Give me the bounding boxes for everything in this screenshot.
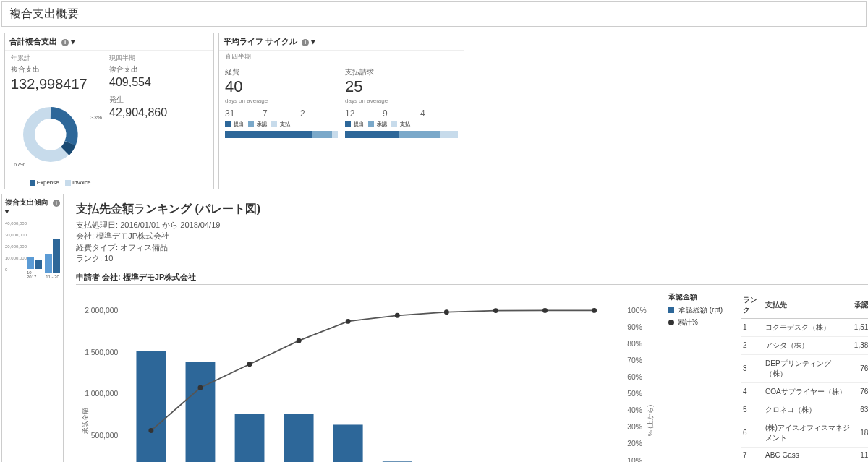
svg-point-32 — [346, 318, 351, 323]
svg-rect-20 — [235, 414, 265, 462]
cycle-qtr-label: 直四半期 — [219, 51, 464, 63]
svg-text:30%: 30% — [627, 423, 642, 431]
svg-point-31 — [297, 338, 302, 343]
y2-axis-title: % (上から) — [647, 404, 656, 436]
rank-table-wrap: ランク支払先承認金額通貨 1コクモデスク（株）1,516,000JPY2アシタ（… — [741, 292, 868, 462]
dropdown-icon[interactable]: ▾ — [5, 208, 9, 215]
donut-pct-a: 33% — [90, 114, 102, 121]
spend-trend-card: 複合支出傾向 i ▾ 40,000,000 30,000,000 20,000,… — [1, 194, 64, 462]
table-row: 7ABC Gass110,000JPY — [741, 447, 868, 462]
pareto-legend: 承認金額 承認総額 (rpt) 累計% — [668, 292, 733, 462]
svg-point-28 — [148, 428, 153, 433]
svg-point-36 — [542, 307, 548, 312]
info-icon[interactable]: i — [302, 39, 309, 46]
table-row: 5クロネコ（株）630,000JPY — [741, 401, 868, 419]
svg-text:90%: 90% — [627, 322, 642, 330]
table-row: 4COAサプライヤー（株）760,500JPY — [741, 382, 868, 401]
svg-rect-19 — [186, 362, 216, 462]
spend-donut-chart: 33% 67% — [11, 98, 105, 178]
svg-text:2,000,000: 2,000,000 — [85, 306, 118, 314]
total-spend-card: 合計複合支出 i ▾ 年累計 複合支出 132,998417 33% 67% — [4, 33, 214, 189]
avg-label: days on average — [225, 98, 338, 104]
lifecycle-title: 平均ライフ サイクル i ▾ — [219, 33, 464, 51]
table-row: 2アシタ（株）1,386,000JPY — [741, 336, 868, 354]
expense-cycle: 経費 40 days on average 31 7 2 提出 承認 支払 — [225, 66, 338, 138]
accrual-value: 42,904,860 — [109, 106, 208, 119]
pareto-meta: 支払処理日: 2016/01/01 から 2018/04/19 会社: 標準デモ… — [76, 220, 868, 265]
qtr-name: 複合支出 — [109, 64, 208, 74]
dropdown-icon[interactable]: ▾ — [311, 37, 315, 46]
pareto-card: 支払先金額ランキング (パレート図) 支払処理日: 2016/01/01 から … — [67, 194, 868, 462]
svg-point-33 — [395, 312, 400, 317]
accrual-name: 発生 — [109, 95, 208, 105]
lifecycle-card: 平均ライフ サイクル i ▾ 直四半期 経費 40 days on averag… — [218, 33, 464, 189]
ytd-value: 132,998417 — [11, 76, 109, 93]
table-row: 6(株)アイスオフィスマネジメント189,400JPY — [741, 419, 868, 447]
trend-bars: 10 - 2017 11 - 20 — [27, 221, 60, 279]
dropdown-icon[interactable]: ▾ — [71, 37, 75, 46]
pareto-applicant: 申請者 会社: 標準デモJP株式会社 — [76, 272, 868, 285]
rank-table: ランク支払先承認金額通貨 1コクモデスク（株）1,516,000JPY2アシタ（… — [741, 292, 868, 462]
info-icon[interactable]: i — [53, 200, 60, 207]
y-axis-title: 承認金額 — [81, 407, 90, 433]
svg-rect-22 — [333, 424, 363, 462]
svg-text:80%: 80% — [627, 340, 642, 348]
svg-text:40%: 40% — [627, 406, 642, 414]
pareto-chart: 承認金額 % (上から) 2,000,000 1,500,000 1,000,0… — [76, 292, 661, 462]
svg-point-35 — [493, 308, 498, 313]
invoice-cycle: 支払請求 25 days on average 12 9 4 提出 承認 支払 — [345, 66, 458, 138]
table-row: 1コクモデスク（株）1,516,000JPY — [741, 318, 868, 336]
invoice-title: 支払請求 — [345, 67, 458, 77]
svg-point-30 — [247, 362, 252, 367]
table-col: 承認金額 — [852, 292, 868, 319]
ytd-label: 年累計 — [11, 54, 109, 63]
svg-text:70%: 70% — [627, 356, 642, 364]
expense-breakdown: 31 7 2 — [225, 108, 338, 119]
invoice-legend: 提出 承認 支払 — [345, 121, 458, 128]
svg-point-34 — [444, 309, 449, 315]
trend-y-axis: 40,000,000 30,000,000 20,000,000 10,000,… — [5, 221, 27, 272]
invoice-strip — [345, 131, 458, 138]
expense-days: 40 — [225, 77, 338, 96]
svg-text:500,000: 500,000 — [91, 431, 119, 439]
svg-text:1,500,000: 1,500,000 — [85, 348, 118, 356]
expense-legend: 提出 承認 支払 — [225, 121, 338, 128]
ytd-name: 複合支出 — [11, 64, 109, 74]
info-icon[interactable]: i — [61, 39, 69, 46]
page-title: 複合支出概要 — [1, 1, 867, 27]
svg-point-29 — [198, 385, 203, 390]
table-row: 3DEPプリンティング（株）763,000JPY — [741, 354, 868, 382]
donut-pct-b: 67% — [14, 161, 25, 168]
trend-title: 複合支出傾向 i ▾ — [5, 197, 60, 215]
svg-text:20%: 20% — [627, 440, 642, 448]
svg-rect-18 — [136, 351, 166, 462]
total-spend-title: 合計複合支出 i ▾ — [5, 33, 213, 51]
qtr-label: 現四半期 — [109, 54, 208, 63]
expense-strip — [225, 131, 338, 138]
invoice-days: 25 — [345, 77, 458, 96]
svg-text:100%: 100% — [627, 306, 647, 314]
expense-title: 経費 — [225, 67, 338, 77]
invoice-breakdown: 12 9 4 — [345, 108, 458, 119]
svg-text:10%: 10% — [627, 456, 642, 462]
svg-text:1,000,000: 1,000,000 — [85, 390, 118, 398]
donut-legend: Expense Invoice — [11, 179, 109, 186]
svg-text:50%: 50% — [627, 390, 642, 398]
pareto-svg: 2,000,000 1,500,000 1,000,000 500,000 0 … — [76, 292, 661, 462]
svg-point-37 — [592, 307, 597, 312]
table-col: 支払先 — [763, 292, 852, 319]
table-col: ランク — [741, 292, 763, 319]
svg-rect-21 — [284, 414, 314, 462]
pareto-title: 支払先金額ランキング (パレート図) — [76, 202, 868, 217]
svg-text:60%: 60% — [627, 373, 642, 381]
avg-label2: days on average — [345, 98, 458, 104]
qtr-value: 409,554 — [109, 76, 208, 89]
